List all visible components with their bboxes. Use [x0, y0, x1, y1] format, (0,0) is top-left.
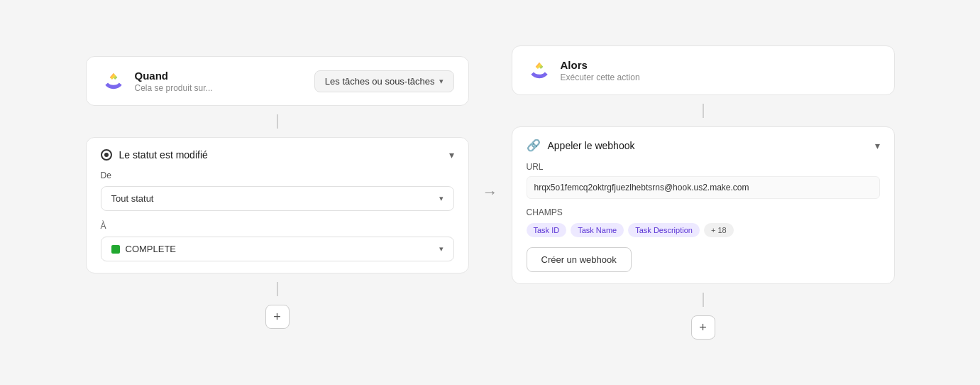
action-card-header: Alors Exécuter cette action [527, 58, 880, 83]
url-value: hrqx5o1femcq2oktrgfjuezlhebtsrns@hook.us… [527, 176, 880, 199]
clickup-logo-trigger [101, 68, 126, 94]
tag-more: + 18 [704, 223, 734, 237]
condition-chevron: ▾ [449, 149, 454, 161]
action-subtitle: Exécuter cette action [561, 72, 880, 82]
condition-header: Le statut est modifié ▾ [101, 149, 454, 170]
tags-row: Task ID Task Name Task Description + 18 [527, 223, 880, 237]
champs-label: CHAMPS [527, 207, 880, 217]
action-column: Alors Exécuter cette action 🔗 Appeler le… [512, 45, 895, 340]
from-select[interactable]: Tout statut ▾ [101, 186, 454, 211]
plus-icon-action: + [699, 320, 707, 335]
tag-task-description: Task Description [628, 223, 700, 237]
trigger-title-group: Quand Cela se produit sur... [135, 70, 306, 93]
from-value: Tout statut [111, 193, 154, 204]
webhook-card: 🔗 Appeler le webhook ▾ URL hrqx5o1femcq2… [512, 126, 895, 284]
create-webhook-button[interactable]: Créer un webhook [527, 247, 632, 272]
link-icon: 🔗 [527, 139, 541, 152]
arrow-connector: → [469, 183, 512, 202]
action-title-group: Alors Exécuter cette action [561, 59, 880, 82]
connector-1 [277, 114, 278, 129]
connector-2 [277, 282, 278, 296]
condition-title: Le statut est modifié [119, 149, 442, 161]
plus-icon: + [273, 310, 281, 325]
status-dot [111, 245, 120, 254]
to-select[interactable]: COMPLETE ▾ [101, 237, 454, 261]
action-card: Alors Exécuter cette action [512, 45, 895, 95]
webhook-chevron: ▾ [875, 140, 880, 151]
condition-radio-icon [101, 149, 112, 161]
radio-dot [104, 153, 109, 157]
to-label: À [101, 221, 454, 231]
automation-canvas: Quand Cela se produit sur... Les tâches … [0, 31, 980, 354]
trigger-dropdown-label: Les tâches ou sous-tâches [325, 76, 435, 87]
trigger-card-header: Quand Cela se produit sur... Les tâches … [101, 68, 454, 94]
webhook-header: 🔗 Appeler le webhook ▾ [527, 139, 880, 162]
tag-task-id: Task ID [527, 223, 567, 237]
trigger-dropdown-chevron: ▾ [439, 77, 444, 86]
add-action-button[interactable]: + [691, 315, 715, 340]
action-title: Alors [561, 59, 880, 71]
to-value: COMPLETE [126, 244, 177, 254]
to-status-option: COMPLETE [111, 244, 177, 254]
from-chevron: ▾ [439, 194, 444, 203]
to-chevron: ▾ [439, 244, 444, 254]
condition-card: Le statut est modifié ▾ De Tout statut ▾… [86, 137, 469, 273]
trigger-dropdown-button[interactable]: Les tâches ou sous-tâches ▾ [314, 70, 454, 92]
trigger-title: Quand [135, 70, 306, 82]
connector-4 [703, 293, 704, 307]
clickup-logo-action [527, 58, 552, 83]
arrow-icon: → [483, 183, 498, 202]
create-webhook-label: Créer un webhook [541, 254, 617, 265]
svg-rect-1 [527, 58, 552, 83]
trigger-card: Quand Cela se produit sur... Les tâches … [86, 56, 469, 106]
add-condition-button[interactable]: + [265, 305, 290, 329]
trigger-subtitle: Cela se produit sur... [135, 83, 306, 93]
svg-rect-0 [101, 68, 126, 94]
from-label: De [101, 170, 454, 180]
tag-task-name: Task Name [571, 223, 624, 237]
url-label: URL [527, 162, 880, 172]
webhook-title: Appeler le webhook [548, 140, 868, 151]
connector-3 [703, 104, 704, 118]
trigger-column: Quand Cela se produit sur... Les tâches … [86, 56, 469, 329]
